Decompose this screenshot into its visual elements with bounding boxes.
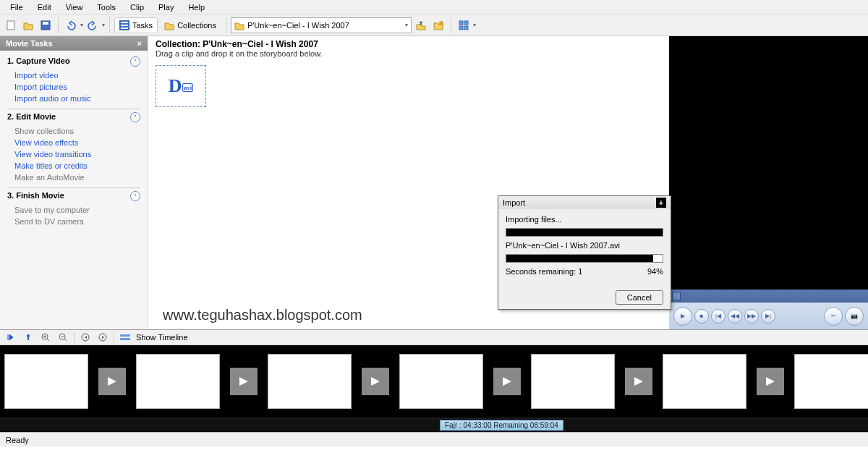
view-dropdown-icon[interactable]: ▾: [473, 22, 476, 28]
transition-slot[interactable]: [625, 368, 652, 395]
next-button-icon[interactable]: ▶|: [761, 309, 775, 324]
storyboard-slot[interactable]: [663, 354, 746, 409]
section-capture-video[interactable]: 1. Capture Video ˄: [7, 54, 140, 69]
svg-line-19: [64, 339, 67, 341]
close-pane-icon[interactable]: ×: [137, 39, 142, 48]
rewind-timeline-icon[interactable]: [79, 331, 92, 344]
split-button-icon[interactable]: ✂: [824, 307, 843, 326]
chevron-up-icon: ˄: [130, 191, 140, 201]
collection-folder-icon: [234, 20, 244, 30]
link-import-video[interactable]: Import video: [7, 69, 140, 81]
storyboard-slot[interactable]: [268, 354, 352, 409]
toolbar-separator: [114, 332, 114, 343]
transition-slot[interactable]: [493, 368, 521, 395]
menu-clip[interactable]: Clip: [123, 1, 151, 13]
menu-view[interactable]: View: [59, 1, 90, 13]
menu-help[interactable]: Help: [181, 1, 212, 13]
svg-rect-8: [459, 21, 463, 25]
collection-dropdown[interactable]: P'Unk~en~Ciel - I Wish 2007 ▾: [231, 17, 412, 33]
tasks-button[interactable]: Tasks: [114, 17, 158, 33]
new-project-icon[interactable]: [3, 17, 19, 33]
narrate-icon[interactable]: [22, 331, 35, 344]
undo-icon[interactable]: [63, 17, 79, 33]
forward-button-icon[interactable]: ▶▶: [744, 309, 759, 324]
dialog-help-icon[interactable]: +: [656, 198, 666, 208]
show-timeline-button[interactable]: Show Timeline: [136, 333, 188, 342]
menu-file[interactable]: File: [3, 1, 30, 13]
svg-rect-11: [464, 26, 468, 30]
new-folder-icon[interactable]: [430, 17, 446, 33]
storyboard-slot[interactable]: [794, 354, 868, 409]
play-button-icon[interactable]: ▶: [673, 307, 692, 326]
undo-dropdown-icon[interactable]: ▾: [80, 22, 83, 28]
file-progress-bar: [506, 254, 663, 263]
save-icon[interactable]: [38, 17, 54, 33]
overall-progress-bar: [506, 228, 663, 237]
snapshot-button-icon[interactable]: 📷: [845, 307, 864, 326]
open-icon[interactable]: [20, 17, 36, 33]
storyboard-slot[interactable]: [531, 354, 615, 409]
view-icon[interactable]: [456, 17, 472, 33]
storyboard-slot[interactable]: [399, 354, 483, 409]
svg-rect-9: [464, 21, 468, 25]
section-edit-movie[interactable]: 2. Edit Movie ˄: [7, 109, 140, 125]
cancel-button[interactable]: Cancel: [616, 290, 663, 305]
zoom-out-icon[interactable]: [56, 331, 69, 344]
link-save-computer[interactable]: Save to my computer: [7, 204, 140, 216]
storyboard[interactable]: [0, 345, 868, 418]
preview-seek-handle[interactable]: [672, 292, 681, 300]
storyboard-slot[interactable]: [136, 354, 220, 409]
menu-tools[interactable]: Tools: [90, 1, 123, 13]
main-area: Movie Tasks × 1. Capture Video ˄ Import …: [0, 36, 868, 329]
section-title: 1. Capture Video: [7, 56, 70, 67]
up-level-icon[interactable]: [413, 17, 429, 33]
menu-edit[interactable]: Edit: [30, 1, 59, 13]
task-pane-title: Movie Tasks: [6, 39, 53, 48]
transition-slot[interactable]: [98, 368, 126, 395]
link-video-transitions[interactable]: View video transitions: [7, 148, 140, 160]
clip-thumbnail[interactable]: Davi: [156, 65, 206, 107]
section-finish-movie[interactable]: 3. Finish Movie ˄: [7, 187, 140, 204]
collections-icon: [164, 20, 174, 30]
watermark-text: www.teguhashax.blogspot.com: [163, 307, 362, 324]
redo-icon[interactable]: [85, 17, 101, 33]
link-automovie[interactable]: Make an AutoMovie: [7, 172, 140, 183]
link-send-dv[interactable]: Send to DV camera: [7, 216, 140, 227]
set-start-icon[interactable]: [4, 331, 17, 344]
import-dialog: Import + Importing files... P'Unk~en~Cie…: [498, 195, 671, 310]
storyboard-slot[interactable]: [4, 354, 88, 409]
storyboard-hint-row: Fajr : 04:33:00 Remaining 08:59:04: [0, 418, 868, 432]
stop-button-icon[interactable]: ■: [694, 309, 709, 324]
transition-slot[interactable]: [362, 368, 389, 395]
link-show-collections[interactable]: Show collections: [7, 125, 140, 137]
collection-title: Collection: P'Unk~en~Ciel - I Wish 2007: [156, 39, 662, 49]
link-video-effects[interactable]: View video effects: [7, 137, 140, 148]
transition-slot[interactable]: [757, 368, 784, 395]
tasks-label: Tasks: [132, 21, 153, 30]
menu-play[interactable]: Play: [151, 1, 181, 13]
percent-label: 94%: [647, 267, 663, 276]
collections-button[interactable]: Collections: [159, 17, 221, 33]
task-pane: Movie Tasks × 1. Capture Video ˄ Import …: [0, 36, 148, 329]
link-titles-credits[interactable]: Make titles or credits: [7, 160, 140, 172]
svg-rect-10: [459, 26, 463, 30]
link-import-pictures[interactable]: Import pictures: [7, 81, 140, 93]
section-title: 2. Edit Movie: [7, 112, 56, 122]
transition-slot[interactable]: [230, 368, 258, 395]
prev-button-icon[interactable]: |◀: [711, 309, 726, 324]
collection-subtitle: Drag a clip and drop it on the storyboar…: [156, 49, 662, 58]
dialog-titlebar[interactable]: Import +: [498, 196, 671, 209]
play-timeline-icon[interactable]: [96, 331, 109, 344]
zoom-in-icon[interactable]: [39, 331, 52, 344]
svg-rect-24: [120, 338, 130, 340]
task-pane-header: Movie Tasks ×: [0, 36, 148, 51]
link-import-audio[interactable]: Import audio or music: [7, 93, 140, 104]
svg-point-7: [439, 21, 443, 25]
rewind-button-icon[interactable]: ◀◀: [728, 309, 742, 324]
svg-line-15: [47, 339, 49, 341]
remaining-label: Seconds remaining: 1: [506, 267, 582, 276]
dropdown-arrow-icon: ▾: [405, 22, 408, 28]
timeline-view-icon[interactable]: [119, 331, 132, 344]
svg-rect-4: [121, 22, 128, 23]
redo-dropdown-icon[interactable]: ▾: [102, 22, 105, 28]
